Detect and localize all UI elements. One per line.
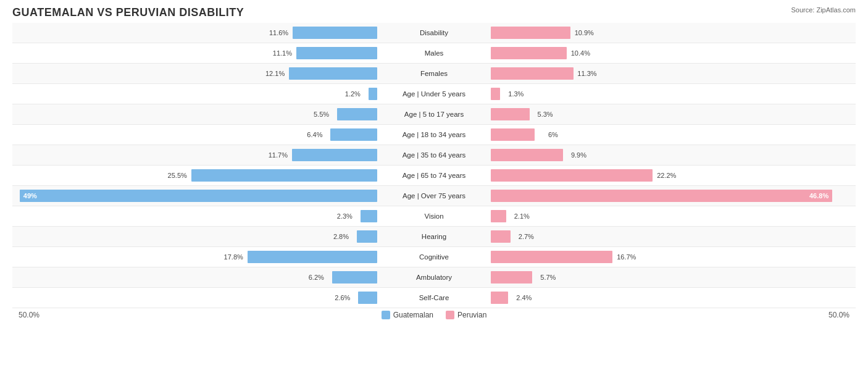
left-section: 11.1% xyxy=(12,43,378,63)
row-label: Age | 65 to 74 years xyxy=(378,172,490,179)
footer-right-value: 50.0% xyxy=(828,311,856,319)
right-section: 2.7% xyxy=(490,227,856,246)
right-section: 10.9% xyxy=(490,23,856,43)
chart-title: GUATEMALAN VS PERUVIAN DISABILITY xyxy=(12,6,856,19)
guatemalan-value: 11.6% xyxy=(269,29,288,36)
bar-row: 1.2% Age | Under 5 years 1.3% xyxy=(12,84,856,104)
left-section: 17.8% xyxy=(12,247,378,267)
row-label: Disability xyxy=(378,29,490,36)
left-section: 12.1% xyxy=(12,64,378,83)
bar-peruvian: 9.9% xyxy=(491,149,563,161)
legend-guatemalan-label: Guatemalan xyxy=(393,311,433,319)
peruvian-value: 6% xyxy=(548,131,558,138)
guatemalan-value: 12.1% xyxy=(265,70,285,77)
bar-guatemalan: 5.5% xyxy=(337,108,377,120)
guatemalan-value: 2.3% xyxy=(337,212,353,220)
guatemalan-value: 49% xyxy=(23,192,37,200)
guatemalan-value: 6.2% xyxy=(309,274,324,281)
bar-row: 12.1% Females 11.3% xyxy=(12,64,856,84)
bar-row: 11.1% Males 10.4% xyxy=(12,43,856,64)
peruvian-value: 46.8% xyxy=(809,192,828,200)
bar-peruvian: 1.3% xyxy=(491,88,500,100)
source-text: Source: ZipAtlas.com xyxy=(791,6,856,14)
right-section: 22.2% xyxy=(490,166,856,185)
guatemalan-value: 11.7% xyxy=(269,151,288,159)
peruvian-value: 16.7% xyxy=(617,253,636,261)
row-label: Females xyxy=(378,70,490,77)
footer-left-value: 50.0% xyxy=(12,311,40,319)
bar-guatemalan: 11.7% xyxy=(292,149,377,161)
bar-row: 2.8% Hearing 2.7% xyxy=(12,227,856,247)
right-section: 1.3% xyxy=(490,84,856,104)
peruvian-value: 5.3% xyxy=(538,111,553,118)
bar-row: 2.3% Vision 2.1% xyxy=(12,206,856,227)
peruvian-value: 2.1% xyxy=(514,212,530,220)
peruvian-value: 1.3% xyxy=(508,90,524,98)
left-section: 5.5% xyxy=(12,104,378,124)
peruvian-value: 22.2% xyxy=(657,172,676,179)
right-section: 46.8% xyxy=(490,186,856,206)
bar-peruvian: 2.4% xyxy=(491,292,508,304)
right-section: 2.4% xyxy=(490,288,856,308)
right-section: 11.3% xyxy=(490,64,856,83)
row-label: Hearing xyxy=(378,233,490,240)
row-label: Age | 18 to 34 years xyxy=(378,131,490,138)
bar-peruvian: 10.4% xyxy=(491,47,567,59)
bar-guatemalan: 2.8% xyxy=(357,230,377,243)
bar-guatemalan: 6.2% xyxy=(332,271,377,284)
legend-peruvian: Peruvian xyxy=(446,311,486,319)
right-section: 2.1% xyxy=(490,206,856,226)
left-section: 2.6% xyxy=(12,288,378,308)
legend-peruvian-box xyxy=(446,311,454,319)
guatemalan-value: 11.1% xyxy=(273,49,292,57)
left-section: 6.2% xyxy=(12,267,378,287)
left-section: 2.8% xyxy=(12,227,378,246)
row-label: Ambulatory xyxy=(378,274,490,281)
bar-row: 17.8% Cognitive 16.7% xyxy=(12,247,856,267)
bar-peruvian: 6% xyxy=(491,128,535,141)
chart-container: GUATEMALAN VS PERUVIAN DISABILITY Source… xyxy=(0,0,868,378)
bar-peruvian: 16.7% xyxy=(491,251,612,263)
peruvian-value: 11.3% xyxy=(577,70,596,77)
right-section: 5.7% xyxy=(490,267,856,287)
peruvian-value: 2.7% xyxy=(519,233,534,240)
legend-guatemalan: Guatemalan xyxy=(382,311,433,319)
bar-guatemalan: 11.1% xyxy=(296,47,377,59)
bar-guatemalan: 25.5% xyxy=(191,169,377,182)
row-label: Age | Under 5 years xyxy=(378,90,490,98)
bar-peruvian: 2.1% xyxy=(491,210,506,222)
row-label: Vision xyxy=(378,212,490,220)
bar-guatemalan: 6.4% xyxy=(330,128,377,141)
chart-area: 11.6% Disability 10.9% 11.1% Males 10.4% xyxy=(12,23,856,308)
guatemalan-value: 2.6% xyxy=(335,294,350,301)
guatemalan-value: 2.8% xyxy=(333,233,349,240)
bar-peruvian: 2.7% xyxy=(491,230,511,243)
bar-guatemalan: 2.6% xyxy=(358,292,377,304)
bar-guatemalan: 17.8% xyxy=(248,251,377,263)
guatemalan-value: 25.5% xyxy=(168,172,187,179)
left-section: 2.3% xyxy=(12,206,378,226)
row-label: Cognitive xyxy=(378,253,490,261)
left-section: 6.4% xyxy=(12,125,378,145)
right-section: 9.9% xyxy=(490,145,856,165)
bar-guatemalan: 11.6% xyxy=(293,27,377,39)
bar-peruvian: 10.9% xyxy=(491,27,570,39)
legend-guatemalan-box xyxy=(382,311,390,319)
peruvian-value: 9.9% xyxy=(571,151,586,159)
bar-peruvian: 5.3% xyxy=(491,108,530,120)
bar-guatemalan: 1.2% xyxy=(369,88,377,100)
left-section: 11.6% xyxy=(12,23,378,43)
legend-peruvian-label: Peruvian xyxy=(457,311,486,319)
chart-legend: Guatemalan Peruvian xyxy=(382,311,487,319)
peruvian-value: 5.7% xyxy=(540,274,556,281)
chart-footer: 50.0% Guatemalan Peruvian 50.0% xyxy=(12,311,856,319)
right-section: 6% xyxy=(490,125,856,145)
bar-row: 49% Age | Over 75 years 46.8% xyxy=(12,186,856,206)
bar-guatemalan: 2.3% xyxy=(361,210,377,222)
guatemalan-value: 6.4% xyxy=(307,131,322,138)
bar-guatemalan: 49% xyxy=(20,190,377,202)
row-label: Self-Care xyxy=(378,294,490,301)
bar-row: 5.5% Age | 5 to 17 years 5.3% xyxy=(12,104,856,125)
guatemalan-value: 17.8% xyxy=(224,253,243,261)
row-label: Age | 35 to 64 years xyxy=(378,151,490,159)
